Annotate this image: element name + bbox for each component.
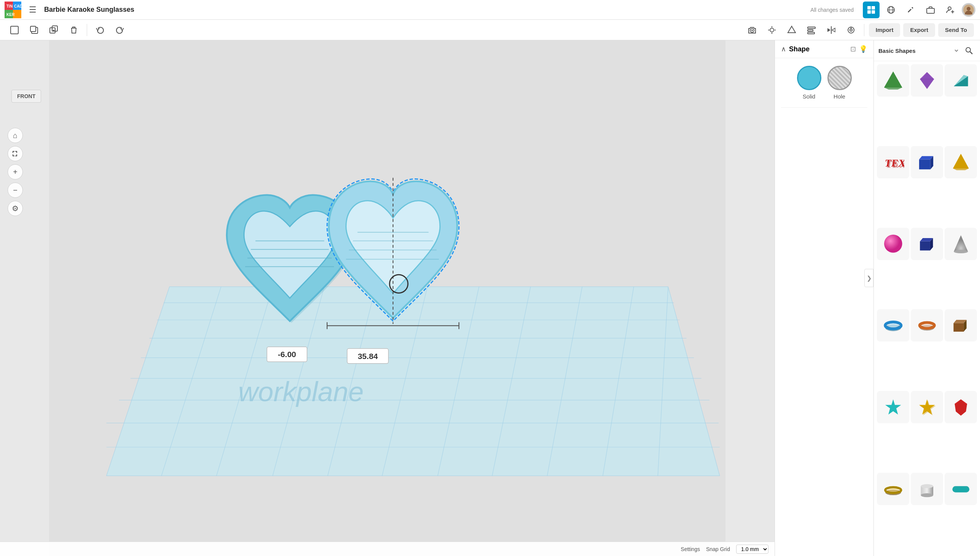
project-title: Barbie Karaoke Sunglasses xyxy=(44,6,807,14)
shape-light-icon[interactable]: 💡 xyxy=(859,45,867,53)
shape-item-orange-torus[interactable] xyxy=(911,309,943,341)
tools-button[interactable] xyxy=(902,2,919,18)
svg-rect-9 xyxy=(867,10,871,14)
settings-view-button[interactable]: ⚙ xyxy=(8,201,23,216)
shape-item-dark-blue-box[interactable] xyxy=(911,228,943,260)
shape-item-gray-cone[interactable] xyxy=(944,228,977,260)
svg-rect-35 xyxy=(808,27,815,29)
svg-point-103 xyxy=(884,234,902,253)
shape-item-cyan-star[interactable] xyxy=(877,391,909,423)
svg-rect-20 xyxy=(11,26,18,34)
svg-marker-34 xyxy=(788,26,796,33)
front-label[interactable]: FRONT xyxy=(11,90,41,103)
svg-point-128 xyxy=(921,484,933,488)
duplicate-button[interactable] xyxy=(46,22,62,39)
delete-button[interactable] xyxy=(65,22,82,39)
shapes-search-button[interactable] xyxy=(962,44,975,57)
send-to-button[interactable]: Send To xyxy=(938,23,974,37)
view-controls: ⌂ + − ⚙ xyxy=(8,128,23,216)
shape-item-teal-wedge[interactable] xyxy=(944,64,977,97)
svg-rect-7 xyxy=(867,6,871,10)
undo-button[interactable] xyxy=(92,22,108,39)
solid-label: Solid xyxy=(803,93,815,100)
shape-item-blue-torus[interactable] xyxy=(877,309,909,341)
hole-option[interactable]: Hole xyxy=(828,66,852,100)
shape-copy-icon[interactable]: ⊡ xyxy=(850,45,856,53)
svg-marker-118 xyxy=(885,399,901,415)
flip-button[interactable] xyxy=(823,22,839,39)
zoom-in-button[interactable]: + xyxy=(8,164,23,179)
svg-point-108 xyxy=(954,250,968,254)
shape-item-text-3d[interactable]: TEXT TEXT xyxy=(877,146,909,178)
svg-rect-37 xyxy=(808,32,815,34)
camera-button[interactable] xyxy=(744,22,760,39)
hole-circle[interactable] xyxy=(828,66,852,90)
shape-collapse-button[interactable]: ∧ xyxy=(781,45,786,53)
shape-item-red-gem[interactable] xyxy=(944,391,977,423)
magnet-button[interactable] xyxy=(843,22,859,39)
sidebar-toggle-button[interactable]: ❯ xyxy=(864,269,873,287)
shape-item-teal-capsule[interactable] xyxy=(944,473,977,505)
zoom-out-button[interactable]: − xyxy=(8,183,23,198)
align-button[interactable] xyxy=(803,22,820,39)
tinkercad-logo[interactable]: TIN KER CAD xyxy=(5,2,21,18)
shape-options: Solid Hole xyxy=(775,58,873,107)
shape-item-blue-box[interactable] xyxy=(911,146,943,178)
svg-rect-22 xyxy=(31,26,36,32)
toolbar-divider-1 xyxy=(87,24,87,36)
solid-option[interactable]: Solid xyxy=(797,66,822,100)
snap-grid-select[interactable]: 1.0 mm 0.5 mm 2.0 mm xyxy=(736,545,768,554)
shapes-sidebar: ❯ Basic Shapes Featured Shapes Letters xyxy=(873,40,980,556)
settings-button[interactable]: Settings xyxy=(681,546,700,552)
svg-point-125 xyxy=(888,488,899,492)
fit-view-button[interactable] xyxy=(8,146,23,161)
snap-grid-label: Snap Grid xyxy=(706,546,730,552)
shape-item-gold-ring[interactable] xyxy=(877,473,909,505)
svg-rect-36 xyxy=(808,30,813,31)
user-avatar[interactable] xyxy=(962,3,975,17)
canvas-area[interactable]: workplane xyxy=(0,40,775,556)
new-shape-button[interactable] xyxy=(6,22,23,39)
svg-text:TEXT: TEXT xyxy=(886,158,904,170)
grid-view-button[interactable] xyxy=(863,2,880,18)
shape-item-brown-box[interactable] xyxy=(944,309,977,341)
svg-marker-102 xyxy=(953,154,969,170)
svg-point-28 xyxy=(751,30,753,31)
redo-button[interactable] xyxy=(112,22,128,39)
import-button[interactable]: Import xyxy=(869,23,901,37)
svg-point-130 xyxy=(952,487,969,492)
3d-view-button[interactable] xyxy=(883,2,899,18)
svg-point-127 xyxy=(921,493,933,497)
svg-rect-8 xyxy=(872,6,875,10)
svg-marker-45 xyxy=(107,287,720,476)
svg-text:-6.00: -6.00 xyxy=(278,350,296,359)
svg-rect-104 xyxy=(920,241,930,251)
copy-button[interactable] xyxy=(26,22,43,39)
shapes-category-select[interactable]: Basic Shapes Featured Shapes Letters xyxy=(878,47,950,54)
toolbar: Import Export Send To xyxy=(0,20,980,40)
shape-item-yellow-pyramid[interactable] xyxy=(944,146,977,178)
add-user-button[interactable] xyxy=(942,2,959,18)
shape-item-green-pyramid[interactable] xyxy=(877,64,909,97)
home-view-button[interactable]: ⌂ xyxy=(8,128,23,143)
shapes-grid: TEXT TEXT xyxy=(874,61,980,556)
svg-marker-39 xyxy=(828,28,831,32)
briefcase-button[interactable] xyxy=(922,2,939,18)
shape-item-gray-cylinder[interactable] xyxy=(911,473,943,505)
svg-text:workplane: workplane xyxy=(238,377,364,407)
menu-list-button[interactable]: ☰ xyxy=(24,2,41,18)
category-dropdown-icon xyxy=(953,47,959,53)
bottom-bar: Settings Snap Grid 1.0 mm 0.5 mm 2.0 mm xyxy=(0,541,775,556)
svg-marker-89 xyxy=(884,71,902,90)
workplane-svg: workplane xyxy=(0,40,775,556)
shape-item-gold-star[interactable] xyxy=(911,391,943,423)
shape-outline-button[interactable] xyxy=(783,22,800,39)
svg-rect-98 xyxy=(919,159,931,169)
svg-line-87 xyxy=(970,52,972,54)
export-button[interactable]: Export xyxy=(903,23,935,37)
shape-item-purple-gem[interactable] xyxy=(911,64,943,97)
shape-item-pink-sphere[interactable] xyxy=(877,228,909,260)
solid-circle[interactable] xyxy=(797,66,822,90)
light-button[interactable] xyxy=(763,22,780,39)
svg-text:TIN: TIN xyxy=(6,4,13,8)
